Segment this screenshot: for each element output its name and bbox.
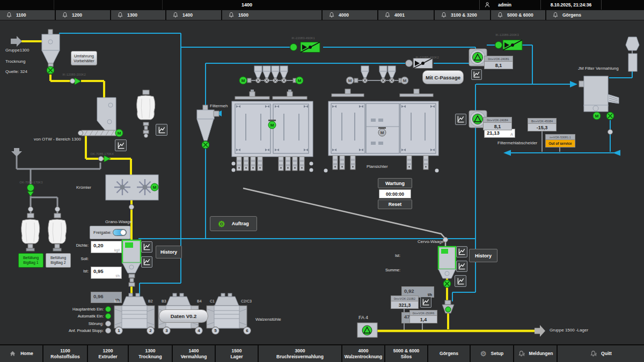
bigbag-valve[interactable] [27, 184, 34, 197]
nav-4000-walzentrocknung[interactable]: 4000Walzentrocknung [342, 345, 385, 362]
valve-IK-12086-200K3[interactable] [495, 40, 523, 50]
umfahrung-vorbehaelter-button[interactable]: UmfahrungVorbehälter [71, 51, 97, 65]
title-bar: 1400 admin 8.10.2025, 21:24:36 [0, 0, 644, 10]
motor-icon[interactable] [115, 129, 123, 137]
alarm-tab-4001[interactable]: 4001 [378, 10, 435, 20]
valve-IK-22083-490K1[interactable] [290, 42, 320, 53]
trend-chart-button[interactable] [141, 256, 152, 268]
fa4-fan-box[interactable] [357, 323, 377, 337]
trend-chart-button[interactable] [420, 297, 431, 308]
valve-icon[interactable] [47, 67, 54, 74]
motor-icon[interactable] [378, 129, 386, 136]
daten-version-button[interactable]: Daten V0.2 [159, 309, 208, 323]
cervo-ist-label: Ist: [370, 253, 400, 258]
freigabe-toggle[interactable] [113, 229, 127, 236]
alarm-tab-1200[interactable]: 1200 [56, 10, 111, 20]
cervo-waage-label: Cervo-Waage [418, 239, 444, 244]
cervo-history-button[interactable]: History [469, 249, 497, 262]
motor-icon[interactable] [151, 183, 158, 191]
mill-number: 3 [163, 327, 171, 335]
motor-icon[interactable] [296, 77, 303, 84]
trend-chart-button[interactable] [141, 241, 152, 253]
auftrag-button[interactable]: ⚙ Auftrag [210, 216, 257, 231]
nav-goergens[interactable]: Görgens [428, 345, 471, 362]
nav-1500-lager[interactable]: 1500Lager [216, 345, 259, 362]
nav-quitt[interactable]: Quitt [558, 345, 644, 362]
nav-3000-bruchreisvermahlung[interactable]: 3000Bruchreisvermahlung [259, 345, 342, 362]
valve-tag: IK-12085-200K2 [58, 73, 90, 76]
status-label: Automatik Ein: [46, 314, 104, 319]
trend-chart-button[interactable] [471, 69, 482, 80]
nav-1300-trocknung[interactable]: 1300Trocknung [129, 345, 173, 362]
nav-meldungen[interactable]: Meldungen [514, 345, 558, 362]
freigabe-label: Freigabe: [93, 230, 112, 235]
source-process-label: Trocknung [5, 59, 26, 64]
soll-input[interactable]: 0,95t/h [91, 267, 122, 279]
bell-ack-icon [590, 350, 597, 357]
nav-1100-rohstoffsilos[interactable]: 1100Rohstoffsilos [43, 345, 88, 362]
wartung-timer[interactable]: 00:00:00 [379, 189, 411, 198]
alarm-tab-3100-3200[interactable]: 3100 & 3200 [435, 10, 491, 20]
valve-icon[interactable] [606, 112, 614, 120]
alarm-tab-1500[interactable]: 1500 [222, 10, 323, 20]
status-led-hauptantrieb [105, 306, 111, 312]
trend-chart-button[interactable] [455, 275, 466, 287]
grano-history-button[interactable]: History [156, 246, 182, 258]
nav-1200-extruder[interactable]: 1200Extruder [88, 345, 129, 362]
meter-vok250r6: 0m+VOK-250R61,4 [409, 310, 437, 323]
alarm-tab-5000-6000[interactable]: 5000 & 6000 [491, 10, 546, 20]
status-label: Hauptantrieb Ein: [46, 307, 104, 312]
mill-label: B4 [197, 299, 202, 303]
status-label: Anf. Produkt Stopp: [46, 328, 104, 333]
filtermehl-label: Filtermeh [210, 104, 228, 108]
trend-chart-button[interactable] [456, 246, 467, 257]
trend-chart-button[interactable] [456, 261, 467, 272]
filtermehlabscheider-label: Filtermehlabscheider [497, 141, 537, 145]
yellow-product-pipes [21, 41, 535, 331]
trend-chart-button[interactable] [115, 139, 127, 151]
alarm-tab-1100[interactable]: 1100 [0, 10, 56, 20]
mill-label: B3 [162, 299, 166, 303]
valve-IK-22085-490K2[interactable] [406, 58, 433, 69]
valve-icon[interactable] [202, 141, 209, 149]
nav-1400-vermahlung[interactable]: 1400Vermahlung [173, 345, 216, 362]
mit-c-passage-button[interactable]: Mit C-Passage [422, 70, 464, 84]
motor-icon[interactable] [268, 121, 276, 129]
alarm-tab-1400[interactable]: 1400 [166, 10, 222, 20]
alarm-tab-goergens[interactable]: Görgens [546, 10, 644, 20]
vorbehaelter-cyclone [42, 29, 60, 67]
befuellung-bigbag1-button[interactable]: BefüllungBigBag 1 [18, 253, 43, 268]
gear-icon: ⚙ [480, 350, 487, 357]
meter-vok45084: Bm+VOK-45084-15,3 [528, 118, 557, 131]
bigbag-1 [21, 213, 40, 251]
mill-number: 2 [147, 327, 155, 335]
trend-chart-button[interactable] [156, 124, 167, 136]
motor-icon[interactable] [239, 77, 247, 84]
valve-tag: IK-12086-200K3 [490, 33, 524, 36]
status-label: Störung: [46, 321, 104, 326]
jm-filter-machine [579, 76, 619, 112]
user-box[interactable]: admin [479, 0, 541, 10]
alarm-tab-4000[interactable]: 4000 [323, 10, 378, 20]
pipe-junction [70, 79, 75, 84]
meter-vok24084: 0m+VOK-240848,1 [483, 117, 512, 130]
nav-home[interactable]: Home [0, 345, 43, 362]
valve-icon[interactable] [443, 280, 451, 287]
diverter-valve[interactable] [442, 300, 454, 313]
dichte-input[interactable]: 0,20kg/l [91, 241, 122, 253]
cervo-waage-scale[interactable] [438, 247, 456, 278]
alarm-group-bar: 1100 1200 1300 1400 1500 4000 4001 3100 … [0, 10, 644, 20]
valve-tag: OK-7085-170K4 [86, 152, 118, 156]
motor-icon[interactable] [346, 77, 354, 84]
motor-icon[interactable] [593, 112, 601, 120]
nav-setup[interactable]: ⚙ Setup [471, 345, 514, 362]
grano-waage-scale[interactable] [122, 240, 141, 286]
roller-mill-c[interactable] [207, 293, 247, 328]
nav-5000-6000-silos[interactable]: 5000 & 6000Silos [385, 345, 428, 362]
wartung-reset-button[interactable]: Reset [378, 200, 412, 209]
motor-icon[interactable] [401, 77, 408, 84]
scada-screen: M M [0, 0, 644, 362]
alarm-tab-1300[interactable]: 1300 [111, 10, 166, 20]
trend-chart-button[interactable] [455, 114, 466, 125]
meter-out-of-service: n+VOK-53081.1Out of service [545, 134, 575, 147]
